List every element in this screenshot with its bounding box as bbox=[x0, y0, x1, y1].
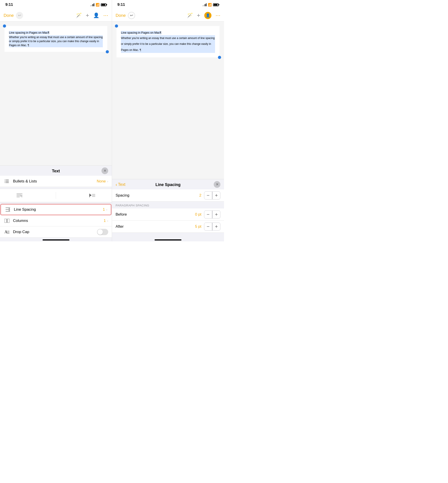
panel-close-left[interactable]: ✕ bbox=[102, 167, 108, 174]
brush-icon-left[interactable]: 🪄 bbox=[76, 13, 82, 18]
columns-icon bbox=[4, 219, 10, 223]
toolbar-left: Done ↩ 🪄 + 👤 ⋯ bbox=[0, 9, 112, 22]
before-stepper: − + bbox=[204, 211, 220, 219]
toolbar-left-group-right: Done ↩ bbox=[116, 12, 135, 19]
done-button-left[interactable]: Done bbox=[4, 13, 14, 18]
right-panel: 9:11 📶 Done ↩ 🪄 + 👤 ⋯ bbox=[112, 0, 224, 241]
wifi-icon-right: 📶 bbox=[208, 3, 212, 7]
panel-title-left: Text bbox=[52, 169, 60, 173]
close-icon-left: ✕ bbox=[104, 169, 106, 173]
time-left: 9:11 bbox=[5, 2, 13, 7]
svg-rect-9 bbox=[16, 197, 20, 197]
svg-rect-4 bbox=[5, 182, 5, 183]
svg-rect-23 bbox=[4, 219, 7, 223]
close-icon-right: ✕ bbox=[216, 182, 219, 187]
alignment-section bbox=[0, 189, 112, 202]
columns-row[interactable]: Columns 1 › bbox=[0, 215, 112, 226]
panel-header-right: ‹ Text Line Spacing ✕ bbox=[112, 179, 224, 189]
spacing-value: 2 bbox=[199, 193, 201, 198]
svg-rect-15 bbox=[92, 194, 95, 195]
left-panel: 9:11 📶 Done ↩ 🪄 + 👤 ⋯ bbox=[0, 0, 112, 241]
spacing-control-row: Spacing 2 − + bbox=[112, 189, 224, 202]
drop-cap-label: Drop Cap bbox=[13, 230, 97, 234]
selection-handle-top-right bbox=[115, 25, 118, 28]
home-indicator-left bbox=[0, 237, 112, 241]
paragraph-spacing-header: PARAGRAPH SPACING bbox=[112, 202, 224, 208]
after-spacing-row: After 5 pt − + bbox=[112, 221, 224, 233]
panel-close-right[interactable]: ✕ bbox=[214, 181, 220, 188]
doc-body-left: Whether you're writing an essay that mus… bbox=[9, 35, 103, 47]
doc-body-right: Whether you're writing an essay that mus… bbox=[121, 35, 215, 53]
spacing-label: Spacing bbox=[116, 193, 199, 198]
back-label: Text bbox=[118, 182, 125, 187]
toolbar-right-group-right: 🪄 + 👤 ⋯ bbox=[187, 12, 220, 19]
svg-rect-2 bbox=[5, 181, 5, 181]
panel-title-right: Line Spacing bbox=[155, 182, 181, 187]
add-person-icon-right[interactable]: 👤 bbox=[204, 12, 211, 19]
svg-rect-7 bbox=[16, 195, 21, 195]
toolbar-right-group: 🪄 + 👤 ⋯ bbox=[76, 12, 108, 19]
after-stepper: − + bbox=[204, 222, 220, 231]
align-left-icon[interactable] bbox=[16, 193, 22, 198]
svg-rect-5 bbox=[6, 182, 9, 183]
drop-cap-row[interactable]: A Drop Cap bbox=[0, 226, 112, 237]
more-icon-right[interactable]: ⋯ bbox=[216, 13, 220, 18]
svg-marker-21 bbox=[9, 208, 10, 210]
svg-marker-13 bbox=[90, 194, 92, 196]
spacing-stepper: − + bbox=[204, 191, 220, 199]
text-panel-left: Text ✕ Bullets & Lists None › bbox=[0, 165, 112, 241]
undo-button-left[interactable]: ↩ bbox=[16, 12, 23, 19]
selection-handle-bottom-left bbox=[106, 50, 109, 53]
before-decrease-button[interactable]: − bbox=[204, 211, 212, 219]
add-button-right[interactable]: + bbox=[197, 12, 200, 19]
wifi-icon-left: 📶 bbox=[96, 3, 99, 7]
columns-value: 1 bbox=[104, 219, 106, 223]
columns-label: Columns bbox=[13, 219, 104, 223]
svg-rect-0 bbox=[5, 180, 5, 180]
toolbar-right: Done ↩ 🪄 + 👤 ⋯ bbox=[112, 9, 224, 22]
toolbar-left-group: Done ↩ bbox=[4, 12, 23, 19]
bullets-chevron: › bbox=[107, 180, 108, 183]
svg-rect-6 bbox=[16, 193, 22, 194]
doc-area-right: Line spacing in Pages on Mac¶ Whether yo… bbox=[112, 22, 224, 179]
after-value: 5 pt bbox=[195, 224, 201, 229]
after-label: After bbox=[116, 224, 195, 229]
battery-icon-right bbox=[213, 3, 219, 6]
status-icons-left: 📶 bbox=[90, 3, 106, 7]
selection-handle-top-left bbox=[3, 25, 6, 28]
after-increase-button[interactable]: + bbox=[212, 222, 220, 231]
drop-cap-toggle[interactable] bbox=[97, 229, 108, 235]
bullets-label: Bullets & Lists bbox=[13, 179, 97, 184]
svg-marker-22 bbox=[9, 210, 10, 211]
after-decrease-button[interactable]: − bbox=[204, 222, 212, 231]
doc-title-right: Line spacing in Pages on Mac¶ bbox=[121, 31, 161, 34]
add-button-left[interactable]: + bbox=[86, 12, 89, 19]
indent-icon[interactable] bbox=[89, 193, 95, 198]
back-to-text-button[interactable]: ‹ Text bbox=[116, 182, 125, 187]
done-button-right[interactable]: Done bbox=[116, 13, 126, 18]
before-increase-button[interactable]: + bbox=[212, 211, 220, 219]
svg-rect-3 bbox=[6, 181, 9, 181]
add-person-icon-left[interactable]: 👤 bbox=[93, 13, 99, 18]
brush-icon-right[interactable]: 🪄 bbox=[187, 13, 193, 18]
signal-icon-left bbox=[90, 3, 94, 6]
before-spacing-row: Before 0 pt − + bbox=[112, 208, 224, 221]
columns-chevron: › bbox=[107, 219, 108, 222]
bullets-value: None bbox=[97, 179, 106, 184]
undo-button-right[interactable]: ↩ bbox=[128, 12, 135, 19]
line-spacing-icon bbox=[4, 207, 11, 212]
line-spacing-row[interactable]: Line Spacing 1 › bbox=[0, 204, 111, 215]
bullets-lists-row[interactable]: Bullets & Lists None › bbox=[0, 176, 112, 187]
doc-page-left: Line spacing in Pages on Mac¶ Whether yo… bbox=[4, 26, 107, 52]
signal-icon-right bbox=[202, 3, 207, 6]
line-spacing-chevron: › bbox=[106, 208, 107, 211]
doc-page-right: Line spacing in Pages on Mac¶ Whether yo… bbox=[116, 26, 220, 57]
home-indicator-right bbox=[112, 233, 224, 241]
svg-rect-24 bbox=[7, 219, 9, 223]
spacing-increase-button[interactable]: + bbox=[212, 191, 220, 199]
svg-rect-1 bbox=[6, 180, 9, 180]
more-icon-left[interactable]: ⋯ bbox=[103, 13, 108, 18]
spacing-decrease-button[interactable]: − bbox=[204, 191, 212, 199]
drop-cap-icon: A bbox=[4, 230, 10, 234]
svg-rect-16 bbox=[92, 195, 95, 196]
